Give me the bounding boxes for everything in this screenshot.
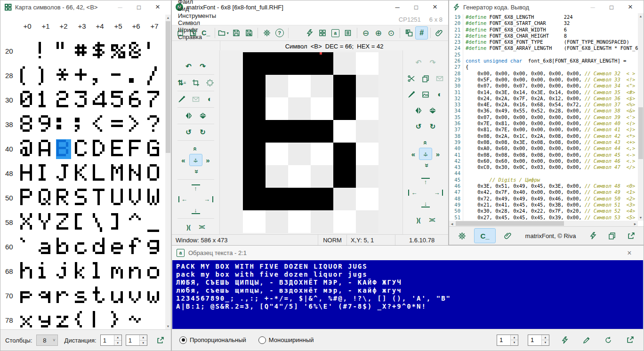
glyph-pixel[interactable] [266,210,288,233]
copy-icon[interactable] [606,230,618,242]
number-spinner[interactable]: 1▲▼ [126,335,147,346]
move-mode-icon[interactable]: ↔↕ [190,154,202,166]
snap-top-icon[interactable]: ↑ [419,176,432,187]
snap-right-icon[interactable]: → [432,187,444,198]
export-icon[interactable] [625,230,637,242]
rotate-ccw-icon[interactable]: ↺ [412,121,425,132]
two-windows-icon[interactable] [403,27,415,39]
envelope-icon[interactable] [190,94,202,105]
move-mode-icon[interactable]: ↔↕ [419,148,432,160]
code-horizontal-scrollbar[interactable]: ◀ ▶ [449,221,638,226]
rotate-ccw-icon[interactable]: ↺ [183,127,195,138]
glyph-pixel[interactable] [266,188,288,210]
glyph-pixel[interactable] [333,75,356,97]
shift-left-icon[interactable]: « [177,154,190,166]
scroll-down-icon[interactable]: ▼ [165,323,171,329]
broom-icon[interactable] [405,89,418,100]
snap-top-icon[interactable]: ↑ [190,182,202,193]
zoom-fit-icon[interactable]: ⊙ [385,27,397,39]
glyph-pixel[interactable] [333,52,356,75]
glyph-pixel[interactable] [266,97,288,120]
glyph-pixel[interactable] [333,97,356,120]
glyph-pixel[interactable] [311,120,333,143]
copy-icon[interactable] [419,73,432,84]
snap-right-icon[interactable]: → [202,193,214,205]
scrollbar-thumb[interactable] [456,221,564,226]
glyph-pixel[interactable] [311,52,333,75]
glyph-pixel[interactable] [288,165,311,188]
crop-icon[interactable] [190,77,202,88]
code-editor[interactable]: 19#define FONT_6X8_LENGTH 22420#define F… [449,14,638,221]
glyph-pixel[interactable] [243,165,266,188]
menu-item-вид[interactable]: Вид [174,5,220,12]
help-icon[interactable]: ? [274,27,285,39]
spin-up-icon[interactable]: ▲ [542,335,549,341]
scroll-up-icon[interactable]: ▲ [165,15,171,21]
shift-down-icon[interactable]: « [190,166,202,177]
sample-text-icon[interactable]: a [330,27,341,39]
flip-h-icon[interactable] [412,105,425,116]
glyph-pixel[interactable] [311,75,333,97]
glyph-pixel[interactable] [288,188,311,210]
scroll-up-icon[interactable]: ▲ [638,13,644,19]
save-icon[interactable] [231,27,242,39]
radio-proportional[interactable]: Пропорциональный [179,336,246,344]
glyph-pixel[interactable] [243,75,266,97]
spin-down-icon[interactable]: ▼ [114,341,121,346]
maximize-icon[interactable]: □ [602,1,621,13]
snap-bottom-icon[interactable]: ↓ [190,205,202,216]
glyph-pixel[interactable] [266,120,288,143]
center-h-icon[interactable]: )( [183,221,195,232]
glyph-pixel[interactable] [288,210,311,233]
glyph-pixel[interactable] [356,75,378,97]
minimize-icon[interactable]: ─ [583,1,602,13]
flip-v-icon[interactable] [197,110,209,121]
glyph-pixel[interactable] [243,143,266,165]
lightning-icon[interactable] [559,334,571,346]
invert-icon[interactable]: ◐ [434,89,446,100]
maximize-icon[interactable]: □ [129,1,148,13]
scroll-down-icon[interactable]: ▼ [638,215,644,221]
glyph-pixel[interactable] [288,52,311,75]
close-icon[interactable]: × [426,1,444,13]
scrollbar-thumb[interactable] [638,107,643,159]
code-output-area[interactable]: 19#define FONT_6X8_LENGTH 22420#define F… [449,13,644,226]
pencil-icon[interactable] [580,334,593,346]
glyph-pixel[interactable] [333,143,356,165]
envelope-icon[interactable] [434,73,446,84]
export-icon[interactable] [624,334,636,346]
glyph-pixel[interactable] [243,120,266,143]
spin-up-icon[interactable]: ▲ [140,335,147,341]
glyph-pixel-grid[interactable] [243,52,378,233]
import-icon[interactable] [187,27,199,39]
glyph-pixel[interactable] [333,188,356,210]
redo-icon[interactable]: ↷ [197,61,209,72]
snap-bottom-icon[interactable]: ↓ [419,198,432,209]
redo-icon[interactable]: ↷ [427,57,439,68]
glyph-pixel[interactable] [356,97,378,120]
center-v-icon[interactable]: )( [427,214,439,225]
scroll-left-icon[interactable]: ◀ [449,222,455,225]
glyph-pixel[interactable] [288,143,311,165]
undo-icon[interactable]: ↶ [183,61,195,72]
number-spinner[interactable]: 1▲▼ [528,335,549,346]
undo-icon[interactable]: ↶ [412,57,425,68]
open-folder-icon[interactable]: ▼ [218,27,230,39]
output-list-icon[interactable] [342,27,354,39]
scrollbar-thumb[interactable] [166,21,170,153]
lightning-icon[interactable] [587,230,599,242]
glyph-pixel[interactable] [356,188,378,210]
glyph-pixel[interactable] [356,143,378,165]
cut-icon[interactable] [405,73,418,84]
glyph-pixel[interactable] [266,143,288,165]
glyph-pixel[interactable] [266,75,288,97]
spin-down-icon[interactable]: ▼ [140,341,147,346]
glyph-pixel[interactable] [333,210,356,233]
spin-up-icon[interactable]: ▲ [114,335,121,341]
code-vertical-scrollbar[interactable]: ▲ ▼ [638,13,644,221]
minimize-icon[interactable]: ─ [388,1,407,13]
shift-right-icon[interactable]: » [432,148,444,160]
settings-icon[interactable] [261,27,273,39]
number-spinner[interactable]: 1▲▼ [497,335,518,346]
glyph-pixel[interactable] [311,210,333,233]
